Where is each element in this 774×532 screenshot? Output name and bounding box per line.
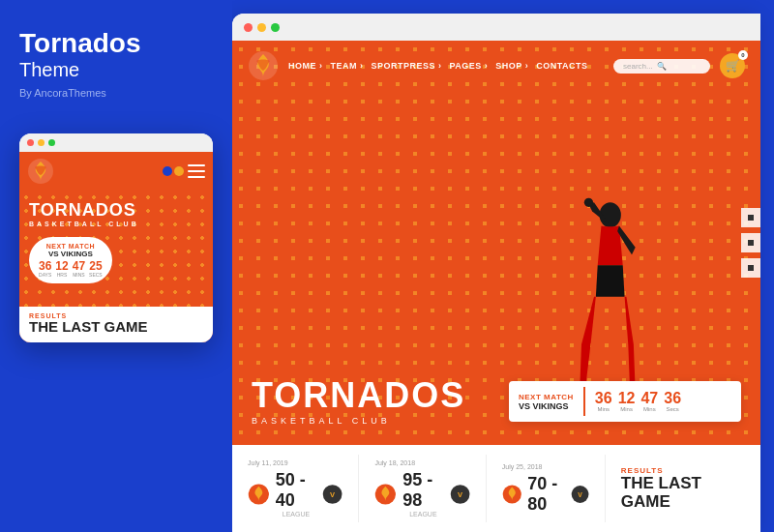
mobile-count-num-days: 36 [39, 260, 51, 272]
match-date-1: July 11, 2019 [248, 459, 342, 466]
match-score-3: 70 - 80 [527, 474, 564, 515]
close-dot [27, 139, 34, 146]
nav-link-team[interactable]: TEAM › [331, 61, 364, 71]
svg-text:V: V [578, 490, 582, 497]
side-nav-inner-2 [748, 240, 754, 246]
desktop-bottom-section: July 11, 2019 50 - 40 League [232, 445, 760, 532]
mobile-count-num-hrs: 12 [55, 260, 68, 272]
mobile-browser-bar [19, 133, 213, 152]
match-league-2: League [409, 511, 436, 517]
desktop-nm-num-2: 12 [618, 391, 636, 406]
mobile-site-content: TORNADOS BASKETBALL CLUB NEXT MATCH VS V… [19, 152, 213, 343]
nav-link-contacts[interactable]: CONTACTS [536, 61, 587, 71]
mobile-hero: TORNADOS BASKETBALL CLUB NEXT MATCH VS V… [19, 191, 213, 307]
mobile-hamburger-icon[interactable] [188, 164, 205, 178]
mobile-next-match-card: NEXT MATCH VS VIKINGS 36 Days 12 Hrs 47 [29, 237, 112, 283]
match-card-1: July 11, 2019 50 - 40 League [248, 455, 359, 522]
side-nav-dot-2[interactable] [741, 233, 760, 252]
match-card-3-content: July 25, 2018 70 - 80 V [502, 463, 589, 515]
mobile-count-label-secs: Secs [89, 272, 103, 278]
desktop-site-content: HOME › TEAM › SPORTPRESS › PAGES › SHOP … [232, 41, 760, 532]
side-nav [741, 208, 760, 278]
team-logo-tornados-3 [502, 480, 522, 509]
author-label: By AncoraThemes [19, 87, 140, 99]
desktop-hero: HOME › TEAM › SPORTPRESS › PAGES › SHOP … [232, 41, 760, 445]
desktop-results-card: RESULTS THE LAST GAME [621, 455, 745, 522]
color-dot-blue [163, 166, 172, 176]
desktop-minimize-dot [257, 23, 266, 32]
match-card-1-content: July 11, 2019 50 - 40 League [248, 459, 342, 517]
mobile-logo-icon [27, 158, 54, 185]
team-logo-tornados-1 [248, 480, 270, 509]
left-panel: Tornados Theme By AncoraThemes [0, 0, 232, 532]
mobile-nav-right [163, 164, 205, 178]
match-score-1: 50 - 40 [276, 470, 316, 511]
desktop-search-text: search... [623, 62, 653, 71]
desktop-nm-num-3: 47 [640, 391, 658, 406]
svg-text:V: V [330, 490, 335, 499]
mobile-countdown-secs: 25 Secs [89, 260, 103, 278]
mobile-countdown-mins: 47 Mins [73, 260, 85, 278]
desktop-nm-item-1: 36 Mins [595, 391, 612, 412]
mobile-mockup: TORNADOS BASKETBALL CLUB NEXT MATCH VS V… [19, 133, 213, 343]
desktop-nm-unit-4: Secs [666, 406, 678, 412]
color-dot-yellow [174, 166, 184, 176]
desktop-hero-body: TORNADOS BASKETBALL CLUB [232, 91, 760, 445]
mobile-countdown-hrs: 12 Hrs [55, 260, 68, 278]
match-card-2: July 18, 2018 95 - 98 League V [374, 455, 486, 522]
match-card-3: July 25, 2018 70 - 80 V [502, 455, 606, 522]
desktop-close-dot [244, 23, 253, 32]
desktop-nm-unit-2: Mins [620, 406, 633, 412]
match-league-1: League [283, 511, 310, 517]
mobile-countdown-days: 36 Days [39, 260, 51, 278]
svg-point-3 [583, 198, 592, 207]
match-score-2: 95 - 98 [402, 470, 443, 511]
search-icon: 🔍 [657, 62, 667, 71]
desktop-nm-label: NEXT MATCH [519, 393, 574, 401]
match-date-2: July 18, 2018 [374, 459, 469, 466]
side-nav-dot-3[interactable] [741, 258, 760, 278]
desktop-nm-item-4: 36 Secs [664, 391, 681, 412]
mobile-count-label-hrs: Hrs [55, 272, 68, 278]
side-nav-inner-1 [748, 215, 754, 221]
nav-link-shop[interactable]: SHOP › [495, 61, 528, 71]
cart-badge: 0 [738, 50, 748, 60]
desktop-nm-divider [583, 387, 585, 416]
nav-link-pages[interactable]: PAGES › [450, 61, 489, 71]
theme-subtitle: Theme [19, 59, 140, 81]
desktop-nm-unit-1: Mins [597, 406, 610, 412]
svg-text:V: V [458, 490, 462, 499]
mobile-team-sub: BASKETBALL CLUB [29, 221, 203, 227]
mobile-results-section: RESULTS THE LAST GAME [19, 307, 213, 343]
desktop-nm-num-1: 36 [595, 391, 612, 406]
match-date-3: July 25, 2018 [502, 463, 589, 470]
desktop-next-match-bar: NEXT MATCH VS VIKINGS 36 Mins 12 Mins [509, 381, 741, 422]
desktop-nav: HOME › TEAM › SPORTPRESS › PAGES › SHOP … [232, 41, 760, 91]
desktop-maximize-dot [271, 23, 280, 32]
mobile-count-label-mins: Mins [73, 272, 85, 278]
cart-icon[interactable]: 🛒 0 [720, 53, 745, 78]
side-nav-inner-3 [748, 265, 754, 271]
desktop-logo-icon [248, 50, 279, 81]
desktop-search-bar[interactable]: search... 🔍 [613, 59, 710, 74]
minimize-dot [38, 139, 45, 146]
mobile-vs-label: VS VIKINGS [48, 250, 93, 258]
match-card-2-content: July 18, 2018 95 - 98 League V [374, 459, 469, 517]
mobile-count-label-days: Days [39, 272, 51, 278]
right-panel: HOME › TEAM › SPORTPRESS › PAGES › SHOP … [232, 14, 760, 532]
desktop-nm-num-4: 36 [664, 391, 681, 406]
mobile-results-title: THE LAST GAME [29, 319, 203, 336]
theme-title: Tornados [19, 29, 140, 59]
nav-link-home[interactable]: HOME › [288, 61, 323, 71]
mobile-color-dots [163, 166, 184, 176]
desktop-nav-links: HOME › TEAM › SPORTPRESS › PAGES › SHOP … [288, 61, 604, 71]
desktop-nm-unit-3: Mins [643, 406, 656, 412]
side-nav-dot-1[interactable] [741, 208, 760, 227]
mobile-next-match-label: NEXT MATCH [46, 243, 95, 250]
nav-link-sportpress[interactable]: SPORTPRESS › [372, 61, 442, 71]
desktop-browser-bar [232, 14, 760, 41]
desktop-nm-item-3: 47 Mins [640, 391, 658, 412]
mobile-nav [19, 152, 213, 191]
mobile-count-num-secs: 25 [89, 260, 103, 272]
team-logo-vikings-1: V [322, 481, 342, 508]
